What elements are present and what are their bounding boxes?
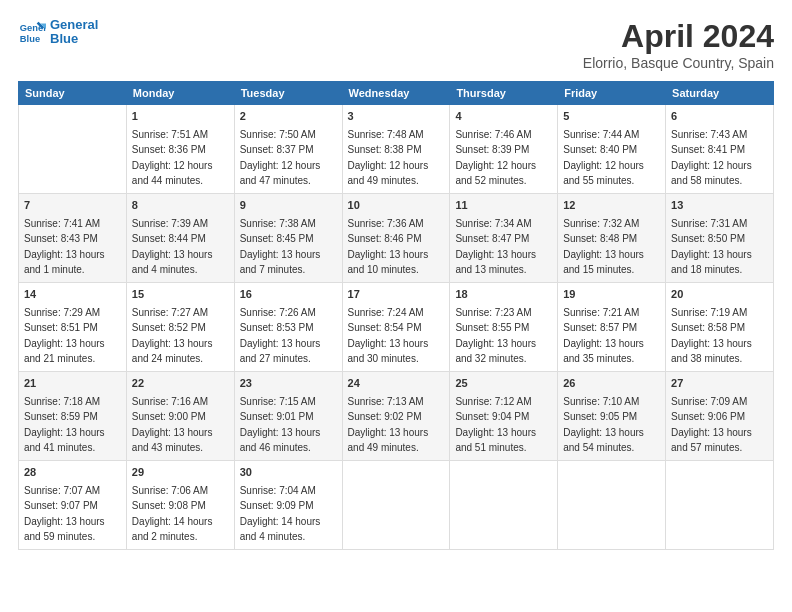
day-number: 20 (671, 287, 768, 303)
calendar-cell: 18Sunrise: 7:23 AM Sunset: 8:55 PM Dayli… (450, 282, 558, 371)
calendar-cell: 29Sunrise: 7:06 AM Sunset: 9:08 PM Dayli… (126, 460, 234, 549)
day-number: 26 (563, 376, 660, 392)
day-number: 15 (132, 287, 229, 303)
week-row-5: 28Sunrise: 7:07 AM Sunset: 9:07 PM Dayli… (19, 460, 774, 549)
day-info: Sunrise: 7:51 AM Sunset: 8:36 PM Dayligh… (132, 129, 213, 187)
day-info: Sunrise: 7:23 AM Sunset: 8:55 PM Dayligh… (455, 307, 536, 365)
header-row: SundayMondayTuesdayWednesdayThursdayFrid… (19, 82, 774, 105)
day-number: 5 (563, 109, 660, 125)
calendar-cell: 30Sunrise: 7:04 AM Sunset: 9:09 PM Dayli… (234, 460, 342, 549)
header-cell-sunday: Sunday (19, 82, 127, 105)
calendar-cell: 5Sunrise: 7:44 AM Sunset: 8:40 PM Daylig… (558, 105, 666, 194)
calendar-cell: 3Sunrise: 7:48 AM Sunset: 8:38 PM Daylig… (342, 105, 450, 194)
header-cell-friday: Friday (558, 82, 666, 105)
calendar-cell: 6Sunrise: 7:43 AM Sunset: 8:41 PM Daylig… (666, 105, 774, 194)
page: General Blue GeneralBlue April 2024 Elor… (0, 0, 792, 612)
day-number: 14 (24, 287, 121, 303)
day-number: 10 (348, 198, 445, 214)
day-info: Sunrise: 7:34 AM Sunset: 8:47 PM Dayligh… (455, 218, 536, 276)
day-info: Sunrise: 7:36 AM Sunset: 8:46 PM Dayligh… (348, 218, 429, 276)
header-cell-saturday: Saturday (666, 82, 774, 105)
day-number: 7 (24, 198, 121, 214)
day-info: Sunrise: 7:16 AM Sunset: 9:00 PM Dayligh… (132, 396, 213, 454)
calendar-cell (450, 460, 558, 549)
day-info: Sunrise: 7:43 AM Sunset: 8:41 PM Dayligh… (671, 129, 752, 187)
day-number: 6 (671, 109, 768, 125)
header: General Blue GeneralBlue April 2024 Elor… (18, 18, 774, 71)
logo-icon: General Blue (18, 18, 46, 46)
header-cell-tuesday: Tuesday (234, 82, 342, 105)
day-number: 3 (348, 109, 445, 125)
day-number: 21 (24, 376, 121, 392)
week-row-1: 1Sunrise: 7:51 AM Sunset: 8:36 PM Daylig… (19, 105, 774, 194)
day-number: 2 (240, 109, 337, 125)
week-row-3: 14Sunrise: 7:29 AM Sunset: 8:51 PM Dayli… (19, 282, 774, 371)
day-number: 22 (132, 376, 229, 392)
calendar-cell: 12Sunrise: 7:32 AM Sunset: 8:48 PM Dayli… (558, 193, 666, 282)
header-cell-wednesday: Wednesday (342, 82, 450, 105)
day-number: 16 (240, 287, 337, 303)
week-row-4: 21Sunrise: 7:18 AM Sunset: 8:59 PM Dayli… (19, 371, 774, 460)
day-number: 23 (240, 376, 337, 392)
day-number: 29 (132, 465, 229, 481)
day-info: Sunrise: 7:21 AM Sunset: 8:57 PM Dayligh… (563, 307, 644, 365)
day-number: 19 (563, 287, 660, 303)
calendar-cell: 25Sunrise: 7:12 AM Sunset: 9:04 PM Dayli… (450, 371, 558, 460)
day-info: Sunrise: 7:07 AM Sunset: 9:07 PM Dayligh… (24, 485, 105, 543)
day-info: Sunrise: 7:27 AM Sunset: 8:52 PM Dayligh… (132, 307, 213, 365)
calendar-cell (19, 105, 127, 194)
day-info: Sunrise: 7:46 AM Sunset: 8:39 PM Dayligh… (455, 129, 536, 187)
day-info: Sunrise: 7:13 AM Sunset: 9:02 PM Dayligh… (348, 396, 429, 454)
day-info: Sunrise: 7:24 AM Sunset: 8:54 PM Dayligh… (348, 307, 429, 365)
calendar-cell: 17Sunrise: 7:24 AM Sunset: 8:54 PM Dayli… (342, 282, 450, 371)
day-number: 9 (240, 198, 337, 214)
day-number: 24 (348, 376, 445, 392)
week-row-2: 7Sunrise: 7:41 AM Sunset: 8:43 PM Daylig… (19, 193, 774, 282)
calendar-cell: 9Sunrise: 7:38 AM Sunset: 8:45 PM Daylig… (234, 193, 342, 282)
day-number: 30 (240, 465, 337, 481)
calendar-cell: 13Sunrise: 7:31 AM Sunset: 8:50 PM Dayli… (666, 193, 774, 282)
calendar-cell: 23Sunrise: 7:15 AM Sunset: 9:01 PM Dayli… (234, 371, 342, 460)
calendar-cell: 8Sunrise: 7:39 AM Sunset: 8:44 PM Daylig… (126, 193, 234, 282)
day-info: Sunrise: 7:29 AM Sunset: 8:51 PM Dayligh… (24, 307, 105, 365)
calendar-cell: 19Sunrise: 7:21 AM Sunset: 8:57 PM Dayli… (558, 282, 666, 371)
calendar-cell: 16Sunrise: 7:26 AM Sunset: 8:53 PM Dayli… (234, 282, 342, 371)
day-number: 18 (455, 287, 552, 303)
calendar-cell: 11Sunrise: 7:34 AM Sunset: 8:47 PM Dayli… (450, 193, 558, 282)
day-info: Sunrise: 7:44 AM Sunset: 8:40 PM Dayligh… (563, 129, 644, 187)
calendar-cell: 10Sunrise: 7:36 AM Sunset: 8:46 PM Dayli… (342, 193, 450, 282)
main-title: April 2024 (583, 18, 774, 55)
calendar-table: SundayMondayTuesdayWednesdayThursdayFrid… (18, 81, 774, 550)
calendar-cell: 4Sunrise: 7:46 AM Sunset: 8:39 PM Daylig… (450, 105, 558, 194)
svg-text:Blue: Blue (20, 35, 40, 45)
location: Elorrio, Basque Country, Spain (583, 55, 774, 71)
logo-text: GeneralBlue (50, 18, 98, 47)
day-info: Sunrise: 7:06 AM Sunset: 9:08 PM Dayligh… (132, 485, 213, 543)
calendar-cell: 27Sunrise: 7:09 AM Sunset: 9:06 PM Dayli… (666, 371, 774, 460)
day-number: 1 (132, 109, 229, 125)
title-block: April 2024 Elorrio, Basque Country, Spai… (583, 18, 774, 71)
calendar-cell: 24Sunrise: 7:13 AM Sunset: 9:02 PM Dayli… (342, 371, 450, 460)
calendar-cell: 26Sunrise: 7:10 AM Sunset: 9:05 PM Dayli… (558, 371, 666, 460)
day-number: 27 (671, 376, 768, 392)
calendar-cell (666, 460, 774, 549)
calendar-cell: 14Sunrise: 7:29 AM Sunset: 8:51 PM Dayli… (19, 282, 127, 371)
calendar-cell: 21Sunrise: 7:18 AM Sunset: 8:59 PM Dayli… (19, 371, 127, 460)
day-info: Sunrise: 7:26 AM Sunset: 8:53 PM Dayligh… (240, 307, 321, 365)
day-number: 17 (348, 287, 445, 303)
calendar-cell: 1Sunrise: 7:51 AM Sunset: 8:36 PM Daylig… (126, 105, 234, 194)
day-info: Sunrise: 7:48 AM Sunset: 8:38 PM Dayligh… (348, 129, 429, 187)
calendar-cell (342, 460, 450, 549)
calendar-cell: 22Sunrise: 7:16 AM Sunset: 9:00 PM Dayli… (126, 371, 234, 460)
day-number: 4 (455, 109, 552, 125)
day-info: Sunrise: 7:32 AM Sunset: 8:48 PM Dayligh… (563, 218, 644, 276)
calendar-cell: 20Sunrise: 7:19 AM Sunset: 8:58 PM Dayli… (666, 282, 774, 371)
day-info: Sunrise: 7:09 AM Sunset: 9:06 PM Dayligh… (671, 396, 752, 454)
calendar-cell: 7Sunrise: 7:41 AM Sunset: 8:43 PM Daylig… (19, 193, 127, 282)
day-info: Sunrise: 7:15 AM Sunset: 9:01 PM Dayligh… (240, 396, 321, 454)
day-info: Sunrise: 7:04 AM Sunset: 9:09 PM Dayligh… (240, 485, 321, 543)
day-number: 28 (24, 465, 121, 481)
day-info: Sunrise: 7:31 AM Sunset: 8:50 PM Dayligh… (671, 218, 752, 276)
calendar-cell: 15Sunrise: 7:27 AM Sunset: 8:52 PM Dayli… (126, 282, 234, 371)
calendar-cell: 2Sunrise: 7:50 AM Sunset: 8:37 PM Daylig… (234, 105, 342, 194)
